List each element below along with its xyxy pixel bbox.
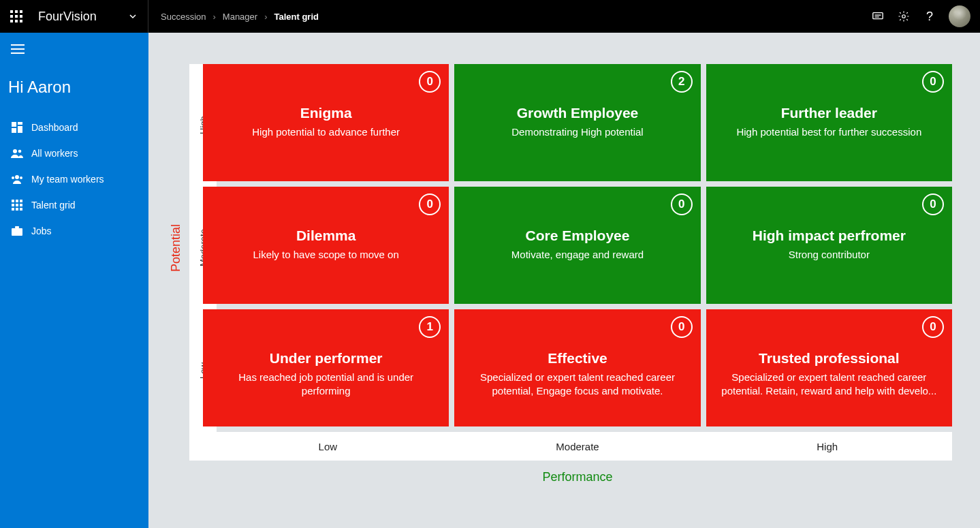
svg-rect-8 (20, 20, 22, 22)
sidebar-item-all-workers[interactable]: All workers (0, 140, 148, 166)
sidebar-item-my-team-workers[interactable]: My team workers (0, 166, 148, 192)
svg-rect-6 (10, 20, 13, 22)
x-axis-title: Performance (203, 470, 952, 484)
hamburger-icon (11, 44, 25, 54)
nine-box-grid: 0 Enigma High potential to advance furth… (203, 64, 952, 426)
svg-rect-26 (16, 204, 18, 206)
brand-name: FourVision (38, 10, 97, 24)
cell-title: Enigma (211, 105, 441, 121)
main-content: Potential High Moderate Low 0 Enigma Hig… (148, 33, 980, 528)
chevron-down-icon (129, 12, 137, 20)
sidebar-item-label: All workers (31, 148, 78, 159)
svg-rect-31 (12, 228, 22, 236)
svg-rect-16 (12, 128, 16, 133)
cell-desc: Specialized or expert talent reached car… (462, 371, 692, 399)
svg-rect-5 (20, 15, 22, 18)
cell-growth-employee[interactable]: 2 Growth Employee Demonstrating High pot… (454, 64, 700, 181)
breadcrumb-item-current: Talent grid (274, 12, 318, 22)
svg-rect-3 (10, 15, 13, 18)
cell-count: 0 (671, 193, 693, 215)
svg-rect-32 (15, 226, 19, 228)
avatar[interactable] (949, 5, 970, 27)
svg-rect-24 (20, 200, 22, 202)
app-launcher-button[interactable] (0, 0, 33, 33)
svg-rect-7 (15, 20, 18, 22)
cell-further-leader[interactable]: 0 Further leader High potential best for… (706, 64, 952, 181)
svg-rect-27 (20, 204, 22, 206)
cell-count: 0 (922, 316, 944, 338)
top-actions: ? (871, 5, 980, 27)
sidebar-item-label: My team workers (31, 174, 104, 185)
cell-desc: High potential best for further successi… (714, 125, 944, 139)
cell-enigma[interactable]: 0 Enigma High potential to advance furth… (203, 64, 449, 181)
people-icon (11, 147, 23, 159)
gear-icon[interactable] (897, 10, 911, 23)
team-icon (11, 173, 23, 185)
svg-rect-15 (18, 126, 22, 133)
cell-desc: Demonstrating High potential (462, 125, 692, 139)
chevron-right-icon: › (208, 12, 219, 22)
sidebar-item-label: Dashboard (31, 122, 78, 133)
menu-toggle-button[interactable] (0, 33, 148, 65)
cell-dilemma[interactable]: 0 Dilemma Likely to have scope to move o… (203, 187, 449, 304)
cell-title: Core Employee (462, 228, 692, 244)
cell-count: 0 (671, 316, 693, 338)
col-label-low: Low (203, 432, 453, 461)
cell-trusted-professional[interactable]: 0 Trusted professional Specialized or ex… (706, 309, 952, 426)
cell-high-impact-performer[interactable]: 0 High impact perfromer Strong contribut… (706, 187, 952, 304)
briefcase-icon (11, 225, 23, 237)
svg-point-17 (13, 149, 17, 153)
cell-title: Growth Employee (462, 105, 692, 121)
svg-point-20 (12, 176, 14, 179)
cell-under-performer[interactable]: 1 Under performer Has reached job potent… (203, 309, 449, 426)
breadcrumb-item[interactable]: Manager (223, 12, 257, 22)
svg-point-21 (20, 176, 22, 179)
svg-rect-29 (16, 208, 18, 211)
cell-title: Effective (462, 350, 692, 367)
y-axis-title: Potential (169, 224, 183, 272)
breadcrumb-item[interactable]: Succession (161, 12, 206, 22)
sidebar: Hi Aaron Dashboard All workers My team w… (0, 33, 148, 528)
dashboard-icon (11, 121, 23, 134)
help-icon[interactable]: ? (923, 10, 936, 23)
cell-desc: Specialized or expert talent reached car… (714, 371, 944, 399)
cell-desc: Strong contributor (714, 248, 944, 262)
sidebar-item-label: Jobs (31, 226, 52, 236)
sidebar-item-label: Talent grid (31, 200, 76, 211)
svg-rect-2 (20, 10, 22, 13)
sidebar-item-dashboard[interactable]: Dashboard (0, 114, 148, 140)
cell-count: 0 (922, 71, 944, 93)
cell-count: 0 (419, 193, 441, 215)
sidebar-item-jobs[interactable]: Jobs (0, 218, 148, 244)
svg-rect-25 (12, 204, 14, 206)
col-label-moderate: Moderate (453, 432, 703, 461)
col-labels: Low Moderate High (189, 432, 952, 461)
svg-rect-13 (12, 122, 16, 127)
svg-rect-4 (15, 15, 18, 18)
svg-rect-1 (15, 10, 18, 13)
cell-title: High impact perfromer (714, 228, 944, 244)
svg-point-19 (15, 175, 19, 179)
cell-core-employee[interactable]: 0 Core Employee Motivate, engage and rew… (454, 187, 700, 304)
col-label-high: High (702, 432, 952, 461)
svg-rect-30 (20, 208, 22, 211)
cell-effective[interactable]: 0 Effective Specialized or expert talent… (454, 309, 700, 426)
cell-count: 1 (419, 316, 441, 338)
talent-grid: Potential High Moderate Low 0 Enigma Hig… (203, 64, 952, 484)
chevron-right-icon: › (260, 12, 271, 22)
breadcrumb: Succession › Manager › Talent grid (148, 12, 319, 22)
sidebar-item-talent-grid[interactable]: Talent grid (0, 192, 148, 218)
svg-rect-14 (18, 122, 22, 125)
cell-title: Under performer (211, 350, 441, 367)
cell-title: Trusted professional (714, 350, 944, 367)
svg-point-12 (902, 15, 906, 18)
cell-count: 0 (922, 193, 944, 215)
svg-rect-28 (12, 208, 14, 211)
feedback-icon[interactable] (871, 10, 885, 23)
brand-dropdown[interactable]: FourVision (33, 0, 148, 33)
cell-count: 2 (671, 71, 693, 93)
cell-desc: Has reached job potential and is under p… (211, 371, 441, 399)
greeting-text: Hi Aaron (0, 65, 148, 114)
top-bar: FourVision Succession › Manager › Talent… (0, 0, 980, 33)
cell-desc: Likely to have scope to move on (211, 248, 441, 262)
